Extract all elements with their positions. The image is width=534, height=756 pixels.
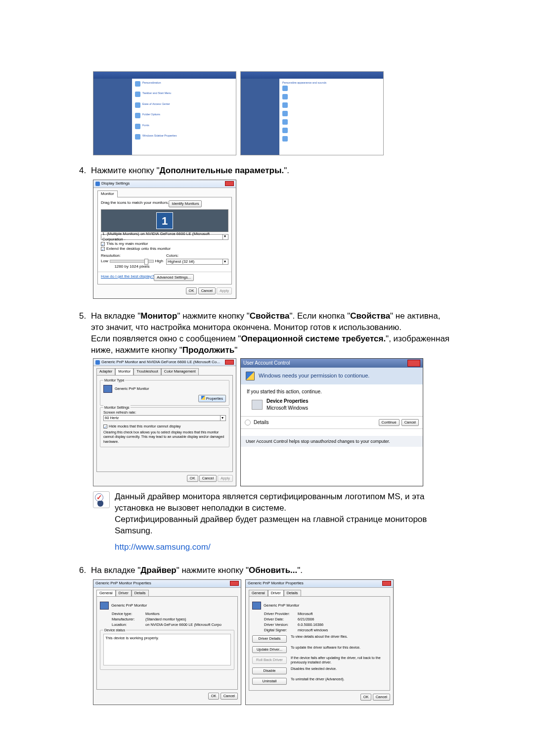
ok-button[interactable]: OK: [186, 287, 197, 294]
screenshot-monitor-properties: Generic PnP Monitor and NVIDIA GeForce 6…: [93, 358, 236, 487]
tab-troubleshoot[interactable]: Troubleshoot: [134, 368, 161, 375]
extend-desktop-checkbox[interactable]: [101, 247, 105, 251]
monitor-1-icon[interactable]: 1: [156, 212, 173, 229]
uac-footer: User Account Control helps stop unauthor…: [241, 436, 423, 447]
step-6-text: На вкладке "Драйвер" нажмите кнопку "Обн…: [91, 565, 455, 576]
step-4-text: Нажмите кнопку "Дополнительные параметры…: [91, 165, 455, 177]
monitor-name: Generic PnP Monitor: [115, 386, 149, 391]
apply-button: Apply: [217, 287, 232, 294]
tab-general[interactable]: General: [249, 590, 268, 596]
uac-details-link[interactable]: Details: [254, 419, 269, 426]
apply-button: Apply: [218, 475, 233, 482]
device-properties-icon: [252, 400, 263, 410]
drag-instruction: Drag the icons to match your monitors.: [101, 200, 169, 207]
cancel-button[interactable]: Cancel: [198, 287, 216, 294]
device-name: Generic PnP Monitor: [264, 603, 299, 609]
main-monitor-checkbox[interactable]: [101, 242, 105, 246]
window-title: Generic PnP Monitor Properties: [95, 581, 151, 586]
chevron-down-icon[interactable]: [245, 420, 251, 425]
note-text: Данный драйвер монитора является сертифи…: [115, 491, 455, 537]
ok-button[interactable]: OK: [208, 693, 220, 700]
window-titlebar: Display Settings: [93, 180, 236, 188]
resolution-slider[interactable]: [110, 260, 154, 263]
update-driver-button[interactable]: Update Driver...: [252, 646, 287, 653]
ok-button[interactable]: OK: [360, 694, 372, 701]
advanced-settings-button[interactable]: Advanced Settings...: [154, 274, 194, 281]
uac-publisher: Microsoft Windows: [267, 405, 309, 412]
continue-button[interactable]: Continue: [379, 419, 400, 426]
window-icon: [95, 360, 100, 365]
refresh-rate-select[interactable]: 60 Hertz▾: [103, 415, 226, 421]
device-status-box: This device is working properly.: [103, 634, 231, 665]
cancel-button[interactable]: Cancel: [221, 693, 238, 700]
step-number-5: 5.: [79, 311, 91, 356]
monitor-area[interactable]: 1: [101, 209, 228, 232]
monitor-icon: [100, 602, 109, 610]
step-number-6: 6.: [79, 565, 91, 576]
cancel-button[interactable]: Cancel: [199, 475, 217, 482]
screenshot-personalize-2: Personalize appearance and sounds: [240, 71, 384, 155]
monitor-select[interactable]: 1. (Multiple Monitors) on NVIDIA GeForce…: [101, 234, 228, 240]
device-name: Generic PnP Monitor: [111, 603, 147, 609]
close-icon[interactable]: [225, 360, 234, 365]
close-icon[interactable]: [230, 581, 239, 586]
window-title: Generic PnP Monitor and NVIDIA GeForce 6…: [101, 360, 220, 365]
help-link[interactable]: How do I get the best display?: [101, 274, 154, 281]
step-number-4: 4.: [79, 165, 91, 177]
colors-select[interactable]: Highest (32 bit)▾: [166, 259, 228, 265]
monitor-icon: [103, 385, 112, 393]
tab-general[interactable]: General: [96, 590, 116, 596]
tab-driver[interactable]: Driver: [268, 590, 284, 596]
screenshot-uac: User Account Control Windows needs your …: [240, 358, 423, 487]
screenshot-properties-driver: Generic PnP Monitor Properties General D…: [245, 579, 394, 705]
disable-button[interactable]: Disable: [252, 667, 287, 674]
resolution-label: Resolution:: [101, 253, 163, 259]
uac-title: User Account Control: [243, 360, 290, 367]
uac-header: Windows needs your permission to contion…: [259, 372, 369, 379]
colors-label: Colors:: [166, 253, 228, 259]
ok-button[interactable]: OK: [187, 475, 198, 482]
screenshot-display-settings: Display Settings Monitor Drag the icons …: [93, 180, 236, 299]
uac-program-name: Device Properties: [267, 398, 309, 405]
close-icon[interactable]: [382, 581, 391, 586]
cancel-button[interactable]: Cancel: [373, 694, 390, 701]
properties-button[interactable]: Properties: [198, 395, 226, 402]
hide-modes-desc: Clearing this check box allows you to se…: [103, 430, 226, 444]
monitor-icon: [252, 602, 261, 610]
window-title: Generic PnP Monitor Properties: [248, 581, 304, 586]
driver-details-button[interactable]: Driver Details: [252, 635, 287, 642]
roll-back-driver-button: Roll Back Driver: [252, 657, 287, 664]
tab-monitor[interactable]: Monitor: [97, 190, 118, 197]
screenshot-properties-general: Generic PnP Monitor Properties General D…: [93, 579, 241, 705]
close-icon[interactable]: [407, 360, 420, 367]
screenshot-appearance-1: Personalization Taskbar and Start Menu E…: [93, 71, 236, 155]
close-icon[interactable]: [225, 181, 234, 186]
tab-adapter[interactable]: Adapter: [96, 368, 115, 375]
identify-monitors-button[interactable]: Identify Monitors: [169, 200, 202, 207]
step-5-text: На вкладке "Монитор" нажмите кнопку "Сво…: [91, 311, 455, 356]
cancel-button[interactable]: Cancel: [401, 419, 419, 426]
tab-monitor[interactable]: Monitor: [115, 368, 134, 375]
tab-color-management[interactable]: Color Management: [161, 368, 199, 375]
shield-icon: [246, 372, 255, 380]
tab-details[interactable]: Details: [132, 590, 149, 596]
uac-instruction: If you started this action, continue.: [247, 388, 417, 395]
tab-details[interactable]: Details: [284, 590, 301, 596]
refresh-label: Screen refresh rate:: [103, 410, 226, 415]
checkmark-icon: [93, 491, 110, 508]
tab-driver[interactable]: Driver: [116, 590, 132, 596]
hide-modes-checkbox[interactable]: [103, 425, 107, 428]
screenshot-pair-control-panel: Personalization Taskbar and Start Menu E…: [93, 71, 455, 155]
samsung-url[interactable]: http://www.samsung.com/: [115, 542, 455, 553]
resolution-value: 1280 by 1024 pixels: [101, 264, 163, 270]
uninstall-button[interactable]: Uninstall: [252, 678, 287, 685]
window-icon: [95, 182, 100, 186]
